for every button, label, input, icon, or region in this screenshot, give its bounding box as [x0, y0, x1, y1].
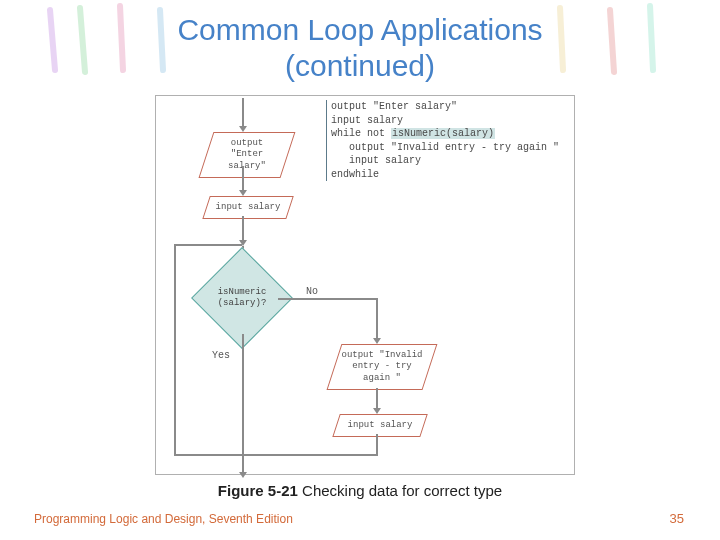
io-text: input salary	[337, 415, 423, 436]
flow-arrow	[242, 98, 244, 128]
pseudo-highlight: isNumeric(salary)	[391, 128, 495, 139]
pseudo-line: input salary	[331, 114, 559, 128]
footer-book-title: Programming Logic and Design, Seventh Ed…	[34, 512, 293, 526]
flow-arrow	[278, 298, 376, 300]
title-line-2: (continued)	[285, 49, 435, 82]
pseudocode-block: output "Enter salary" input salary while…	[326, 100, 559, 181]
caption-label: Figure 5-21	[218, 482, 298, 499]
flow-arrow	[174, 244, 176, 456]
flow-arrow	[376, 388, 378, 410]
io-text: output "Enter salary"	[207, 133, 287, 177]
pseudo-text: while not	[331, 128, 391, 139]
decision-text: isNumeric (salary)?	[196, 262, 288, 334]
caption-text: Checking data for correct type	[298, 482, 502, 499]
branch-label-no: No	[306, 286, 318, 297]
flow-arrow	[376, 434, 378, 454]
io-box-output-enter-salary: output "Enter salary"	[199, 132, 296, 178]
flow-arrow	[174, 244, 242, 246]
figure-container: output "Enter salary" input salary while…	[155, 95, 575, 475]
io-box-input-salary-loop: input salary	[332, 414, 428, 437]
io-box-output-invalid: output "Invalid entry - try again "	[327, 344, 438, 390]
pseudo-line: output "Enter salary"	[331, 100, 559, 114]
page-number: 35	[670, 511, 684, 526]
pseudo-line: input salary	[331, 154, 559, 168]
slide-title: Common Loop Applications (continued)	[0, 0, 720, 84]
figure-caption: Figure 5-21 Checking data for correct ty…	[0, 482, 720, 499]
pseudo-line: endwhile	[331, 168, 559, 182]
io-box-input-salary: input salary	[202, 196, 294, 219]
pseudo-line: output "Invalid entry - try again "	[331, 141, 559, 155]
flow-arrow	[242, 216, 244, 242]
flow-arrow	[174, 454, 378, 456]
arrowhead-icon	[239, 472, 247, 478]
io-text: output "Invalid entry - try again "	[335, 345, 429, 389]
branch-label-yes: Yes	[212, 350, 230, 361]
flow-arrow	[376, 298, 378, 340]
flow-arrow	[242, 334, 244, 474]
pseudo-line: while not isNumeric(salary)	[331, 127, 559, 141]
flow-arrow	[242, 166, 244, 192]
io-text: input salary	[207, 197, 289, 218]
title-line-1: Common Loop Applications	[177, 13, 542, 46]
